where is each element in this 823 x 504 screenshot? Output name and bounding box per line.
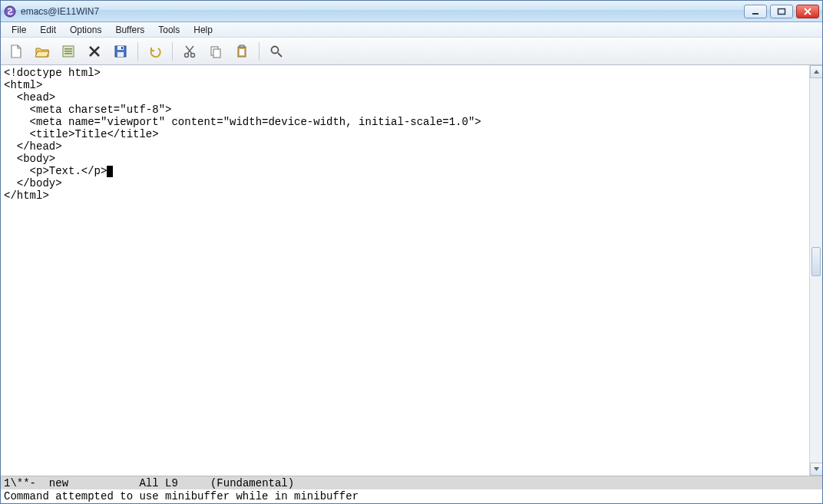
modeline: 1\**- new All L9 (Fundamental)	[1, 476, 822, 489]
dired-icon[interactable]	[58, 41, 79, 61]
toolbar-separator	[137, 42, 138, 61]
scroll-thumb[interactable]	[811, 247, 821, 276]
modeline-position: All	[139, 477, 158, 489]
kill-buffer-icon[interactable]	[84, 41, 105, 61]
editor-line: </body>	[4, 177, 806, 189]
svg-rect-10	[121, 47, 123, 49]
svg-rect-16	[240, 45, 244, 48]
editor-line: <body>	[4, 153, 806, 165]
scroll-track[interactable]	[810, 78, 822, 463]
minibuffer[interactable]: Command attempted to use minibuffer whil…	[1, 489, 822, 503]
menubar: FileEditOptionsBuffersToolsHelp	[1, 22, 822, 38]
menu-tools[interactable]: Tools	[152, 23, 186, 37]
scroll-down-button[interactable]	[810, 463, 823, 476]
svg-rect-5	[64, 51, 72, 52]
toolbar	[1, 38, 822, 65]
menu-file[interactable]: File	[5, 23, 32, 37]
emacs-icon	[4, 5, 16, 18]
menu-edit[interactable]: Edit	[34, 23, 62, 37]
svg-point-18	[272, 46, 279, 53]
editor-line: <html>	[4, 79, 806, 91]
maximize-button[interactable]	[770, 5, 793, 18]
editor-line: <title>Title</title>	[4, 128, 806, 140]
minimize-button[interactable]	[744, 5, 767, 18]
svg-rect-2	[778, 8, 785, 14]
menu-buffers[interactable]: Buffers	[109, 23, 150, 37]
editor-area[interactable]: <!doctype html><html> <head> <meta chars…	[1, 65, 809, 476]
new-file-icon[interactable]	[5, 41, 27, 61]
toolbar-separator	[172, 42, 173, 61]
svg-rect-9	[117, 52, 124, 57]
open-file-icon[interactable]	[31, 41, 53, 61]
undo-icon[interactable]	[144, 41, 166, 61]
search-icon[interactable]	[266, 41, 287, 61]
editor-line: </head>	[4, 140, 806, 153]
modeline-mode: (Fundamental)	[210, 477, 294, 489]
svg-rect-14	[213, 49, 220, 58]
modeline-modified: 1\**-	[4, 477, 36, 489]
editor-wrap: <!doctype html><html> <head> <meta chars…	[1, 65, 822, 476]
modeline-buffer: new	[49, 477, 68, 489]
modeline-line: L9	[165, 477, 178, 489]
menu-options[interactable]: Options	[64, 23, 107, 37]
close-button[interactable]	[796, 5, 819, 18]
window-title: emacs@IE11WIN7	[21, 6, 99, 17]
save-icon[interactable]	[110, 41, 131, 61]
titlebar: emacs@IE11WIN7	[1, 1, 822, 22]
paste-icon[interactable]	[231, 41, 253, 61]
cut-icon[interactable]	[179, 41, 200, 61]
text-cursor	[107, 166, 113, 177]
minibuffer-message: Command attempted to use minibuffer whil…	[4, 490, 359, 502]
svg-rect-17	[240, 49, 244, 55]
svg-rect-1	[752, 13, 759, 15]
window-controls	[744, 5, 819, 18]
editor-line: </html>	[4, 189, 806, 202]
copy-icon[interactable]	[205, 41, 226, 61]
editor-line: <!doctype html>	[4, 67, 806, 79]
svg-rect-6	[64, 53, 72, 54]
toolbar-separator	[259, 42, 259, 61]
editor-line: <p>Text.</p>	[4, 165, 806, 177]
vertical-scrollbar[interactable]	[809, 65, 822, 476]
scroll-up-button[interactable]	[810, 65, 823, 78]
editor-line: <head>	[4, 91, 806, 104]
editor-line: <meta charset="utf-8">	[4, 104, 806, 116]
svg-rect-4	[64, 48, 72, 50]
menu-help[interactable]: Help	[187, 23, 219, 37]
editor-line: <meta name="viewport" content="width=dev…	[4, 116, 806, 128]
